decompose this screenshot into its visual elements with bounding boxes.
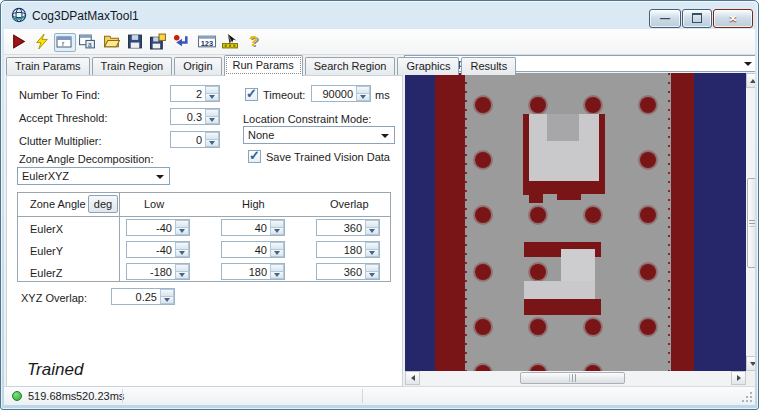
- spin-up-button[interactable]: [270, 220, 284, 228]
- spinner-buttons: [356, 86, 370, 101]
- timeout-input[interactable]: 90000: [311, 85, 371, 102]
- accept-threshold-input[interactable]: 0.3: [170, 108, 220, 125]
- part-foot: [557, 194, 581, 200]
- spin-up-button[interactable]: [175, 242, 189, 250]
- status-bar: 519.68ms 520.23ms: [4, 386, 755, 405]
- down-arrow-icon: [209, 95, 215, 99]
- image-horizontal-scrollbar[interactable]: [405, 371, 746, 385]
- tab-results[interactable]: Results: [461, 57, 516, 75]
- pointer-tool-icon[interactable]: [221, 33, 239, 50]
- eulerx-low-input[interactable]: -40: [126, 219, 190, 236]
- live-run-lightning-icon[interactable]: [33, 33, 51, 50]
- spin-down-button[interactable]: [175, 250, 189, 257]
- spin-up-button[interactable]: [365, 242, 379, 250]
- eulerz-overlap-input[interactable]: 360: [316, 263, 380, 280]
- reset-icon[interactable]: [172, 33, 190, 50]
- eulerx-overlap-input[interactable]: 360: [316, 219, 380, 236]
- xyz-overlap-input[interactable]: 0.25: [111, 288, 175, 305]
- input-image-display[interactable]: [405, 73, 746, 371]
- scroll-down-button[interactable]: [746, 356, 755, 371]
- scroll-left-button[interactable]: [405, 371, 420, 385]
- tab-train-params[interactable]: Train Params: [6, 57, 90, 75]
- spin-down-button[interactable]: [205, 94, 219, 101]
- spin-down-button[interactable]: [205, 117, 219, 124]
- minimize-icon: —: [660, 14, 670, 24]
- spin-up-button[interactable]: [175, 220, 189, 228]
- spin-up-button[interactable]: [205, 86, 219, 94]
- spin-down-button[interactable]: [175, 272, 189, 279]
- eulery-low-input[interactable]: -40: [126, 241, 190, 258]
- eulery-high-input[interactable]: 40: [221, 241, 285, 258]
- save-icon[interactable]: [126, 33, 144, 50]
- deg-unit-button[interactable]: deg: [88, 195, 118, 213]
- run-icon[interactable]: [10, 33, 28, 50]
- location-constraint-mode-select[interactable]: None: [243, 126, 395, 144]
- spin-down-button[interactable]: [365, 250, 379, 257]
- spin-up-button[interactable]: [160, 289, 174, 297]
- down-arrow-icon: [274, 251, 280, 255]
- up-arrow-icon: [750, 79, 755, 83]
- spin-up-button[interactable]: [205, 109, 219, 117]
- down-arrow-icon: [369, 251, 375, 255]
- tab-origin[interactable]: Origin: [174, 57, 221, 75]
- image-vertical-scrollbar[interactable]: [746, 73, 755, 371]
- tab-search-region[interactable]: Search Region: [305, 57, 396, 75]
- eulerx-high-input[interactable]: 40: [221, 219, 285, 236]
- vertical-scroll-thumb[interactable]: [747, 178, 755, 268]
- zone-angle-decomposition-value: EulerXYZ: [22, 170, 69, 182]
- maximize-button[interactable]: [682, 9, 712, 28]
- eulery-overlap-input[interactable]: 180: [316, 241, 380, 258]
- spin-down-button[interactable]: [365, 272, 379, 279]
- number-to-find-input[interactable]: 2: [170, 85, 220, 102]
- help-icon[interactable]: ??: [245, 33, 263, 50]
- blob-circle: [585, 97, 601, 113]
- spin-up-button[interactable]: [356, 86, 370, 94]
- resize-grip[interactable]: [741, 391, 753, 403]
- spin-up-button[interactable]: [175, 264, 189, 272]
- spin-down-button[interactable]: [356, 94, 370, 101]
- eulerz-high-value: 180: [222, 264, 270, 279]
- spin-down-button[interactable]: [270, 272, 284, 279]
- spin-up-button[interactable]: [270, 264, 284, 272]
- numeric-results-icon[interactable]: 123: [197, 33, 217, 50]
- blob-circle: [530, 264, 546, 280]
- spin-up-button[interactable]: [365, 264, 379, 272]
- clutter-multiplier-input[interactable]: 0: [170, 131, 220, 148]
- image-red-band-left: [435, 73, 465, 371]
- scroll-right-button[interactable]: [731, 371, 746, 385]
- spin-up-button[interactable]: [205, 132, 219, 140]
- number-to-find-value: 2: [171, 86, 205, 101]
- spin-down-button[interactable]: [365, 228, 379, 235]
- tab-run-params[interactable]: Run Params: [224, 55, 303, 76]
- title-bar[interactable]: Cog3DPatMaxTool1 — ✕: [4, 4, 755, 29]
- spin-down-button[interactable]: [270, 250, 284, 257]
- open-file-icon[interactable]: [103, 33, 121, 50]
- blob-circle: [530, 97, 546, 113]
- image-noise-right: [668, 73, 670, 371]
- show-image-panel-button[interactable]: r: [54, 33, 76, 52]
- timeout-checkbox[interactable]: ✓: [245, 88, 258, 101]
- spin-down-button[interactable]: [205, 140, 219, 147]
- close-button[interactable]: ✕: [713, 9, 753, 28]
- part-block: [561, 249, 595, 281]
- tab-train-region[interactable]: Train Region: [92, 57, 173, 75]
- minimize-button[interactable]: —: [649, 9, 681, 28]
- tab-graphics[interactable]: Graphics: [397, 57, 459, 75]
- spinner-buttons: [270, 264, 284, 279]
- horizontal-scroll-thumb[interactable]: [520, 372, 625, 384]
- eulerz-low-input[interactable]: -180: [126, 263, 190, 280]
- spin-down-button[interactable]: [175, 228, 189, 235]
- down-arrow-icon: [179, 229, 185, 233]
- spin-up-button[interactable]: [270, 242, 284, 250]
- float-display-icon[interactable]: a: [78, 33, 96, 50]
- zone-angle-decomposition-select[interactable]: EulerXYZ: [17, 167, 170, 185]
- save-with-results-icon[interactable]: [149, 33, 167, 50]
- spin-up-button[interactable]: [365, 220, 379, 228]
- eulerz-high-input[interactable]: 180: [221, 263, 285, 280]
- save-trained-vision-data-checkbox[interactable]: ✓: [248, 150, 261, 163]
- part-base: [524, 299, 601, 315]
- spin-down-button[interactable]: [160, 297, 174, 304]
- scroll-up-button[interactable]: [746, 73, 755, 88]
- check-icon: ✓: [246, 86, 257, 101]
- spin-down-button[interactable]: [270, 228, 284, 235]
